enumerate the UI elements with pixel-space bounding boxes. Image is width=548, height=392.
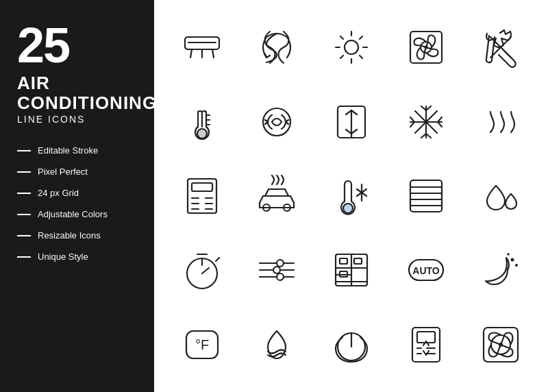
feature-resizable: Resizable Icons bbox=[17, 230, 137, 241]
svg-rect-39 bbox=[192, 183, 212, 191]
icons-grid: AUTO °F bbox=[168, 14, 534, 378]
svg-point-82 bbox=[507, 254, 510, 256]
svg-point-70 bbox=[277, 273, 284, 280]
feature-pixel-perfect: Pixel Perfect bbox=[17, 167, 137, 177]
car-heat-icon bbox=[242, 162, 310, 230]
power-button-icon bbox=[317, 311, 385, 378]
ac-unit-icon bbox=[168, 14, 236, 81]
timer-icon bbox=[168, 236, 236, 304]
vent-slats-icon bbox=[392, 162, 460, 230]
feature-label: Editable Stroke bbox=[38, 145, 98, 156]
svg-line-3 bbox=[212, 49, 214, 58]
svg-point-81 bbox=[510, 258, 514, 262]
feature-dash bbox=[17, 171, 31, 173]
feature-unique-style: Unique Style bbox=[17, 252, 137, 262]
elevator-controls-icon bbox=[317, 88, 385, 155]
right-panel: AUTO °F bbox=[154, 0, 548, 392]
svg-rect-52 bbox=[410, 180, 442, 212]
svg-line-10 bbox=[340, 36, 343, 39]
product-title: AIR CONDITIONING bbox=[17, 73, 137, 112]
features-list: Editable Stroke Pixel Perfect 24 px Grid… bbox=[17, 145, 137, 262]
fan-unit-icon bbox=[466, 311, 534, 378]
left-panel: 25 AIR CONDITIONING LINE ICONS Editable … bbox=[0, 0, 154, 392]
svg-line-1 bbox=[190, 49, 192, 58]
water-wave-icon bbox=[242, 311, 310, 378]
panel-unit-icon bbox=[317, 236, 385, 304]
feature-editable-stroke: Editable Stroke bbox=[17, 145, 137, 156]
feature-dash bbox=[17, 193, 31, 194]
feature-dash bbox=[17, 235, 31, 236]
heat-wave-icon bbox=[242, 14, 310, 81]
feature-label: Unique Style bbox=[38, 252, 88, 262]
svg-point-69 bbox=[273, 267, 280, 273]
feature-dash bbox=[17, 150, 31, 151]
fan-box-icon bbox=[392, 14, 460, 81]
feature-label: Pixel Perfect bbox=[38, 167, 88, 177]
svg-rect-77 bbox=[354, 258, 362, 264]
icon-count: 25 bbox=[17, 21, 137, 70]
fahrenheit-icon: °F bbox=[168, 311, 236, 378]
svg-text:AUTO: AUTO bbox=[412, 265, 440, 276]
snowflake-icon bbox=[392, 88, 460, 155]
svg-line-61 bbox=[216, 258, 219, 261]
night-mode-icon bbox=[466, 236, 534, 304]
svg-line-11 bbox=[360, 56, 362, 58]
svg-point-22 bbox=[197, 129, 207, 138]
grid-unit-icon bbox=[168, 162, 236, 230]
feature-colors: Adjustable Colors bbox=[17, 209, 137, 219]
feature-label: Adjustable Colors bbox=[38, 209, 108, 219]
cold-thermometer-icon bbox=[317, 162, 385, 230]
svg-line-13 bbox=[340, 56, 343, 58]
svg-point-48 bbox=[343, 204, 353, 213]
svg-line-12 bbox=[360, 36, 362, 39]
thermometer-icon bbox=[168, 88, 236, 155]
svg-point-68 bbox=[277, 260, 284, 267]
ac-remote-icon bbox=[392, 311, 460, 378]
svg-rect-76 bbox=[340, 258, 347, 264]
svg-line-59 bbox=[202, 268, 209, 273]
svg-point-83 bbox=[515, 264, 518, 267]
svg-point-5 bbox=[345, 40, 358, 54]
feature-grid: 24 px Grid bbox=[17, 188, 137, 198]
product-subtitle: LINE ICONS bbox=[17, 114, 137, 125]
tools-icon bbox=[466, 14, 534, 81]
svg-text:°F: °F bbox=[195, 337, 208, 352]
feature-dash bbox=[17, 256, 31, 258]
feature-dash bbox=[17, 214, 31, 215]
sun-icon bbox=[317, 14, 385, 81]
water-drops-icon bbox=[466, 162, 534, 230]
auto-mode-icon: AUTO bbox=[392, 236, 460, 304]
heat-lines-icon bbox=[466, 88, 534, 155]
feature-label: 24 px Grid bbox=[38, 188, 79, 198]
feature-label: Resizable Icons bbox=[38, 230, 101, 241]
filter-flow-icon bbox=[242, 236, 310, 304]
heat-cycle-icon bbox=[242, 88, 310, 155]
